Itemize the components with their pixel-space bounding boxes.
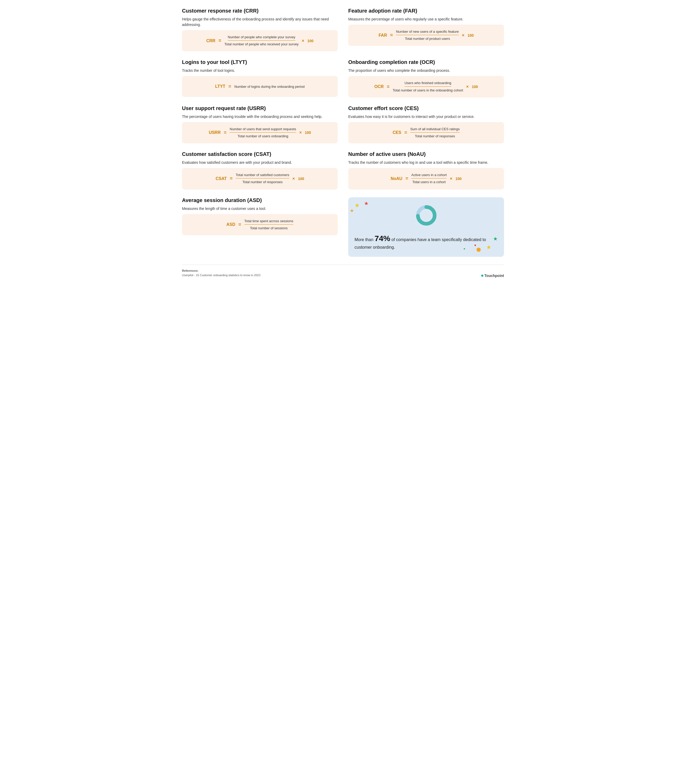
info-percentage: 74%	[374, 234, 390, 243]
formula-label-far: FAR	[379, 33, 387, 38]
fraction-num-noau: Active users in a cohort	[412, 173, 447, 178]
formula-label-asd: ASD	[227, 222, 235, 227]
star-icon: ★	[364, 200, 369, 206]
metric-title-usrr: User support request rate (USRR)	[182, 105, 338, 111]
equals-sign-asd: =	[238, 222, 242, 228]
metric-desc-ltyt: Tracks the number of tool logins.	[182, 68, 338, 74]
fraction-den-noau: Total users in a cohort	[412, 179, 446, 185]
fraction-den-asd: Total number of sessions	[250, 225, 288, 231]
fraction-num-ocr: Users who finished onboarding	[405, 81, 451, 87]
metric-desc-usrr: The percentage of users having trouble w…	[182, 114, 338, 119]
formula-box-far: FAR=Number of new users of a specific fe…	[348, 25, 504, 46]
metric-desc-ces: Evaluates how easy it is for customers t…	[348, 114, 504, 119]
fraction-den-crr: Total number of people who received your…	[224, 41, 299, 47]
equals-sign-usrr: =	[224, 130, 227, 136]
equals-sign-noau: =	[405, 176, 408, 181]
logo-dot	[481, 275, 483, 277]
metric-desc-noau: Tracks the number of customers who log i…	[348, 160, 504, 165]
metric-asd: Average session duration (ASD)Measures t…	[182, 197, 338, 257]
metric-far: Feature adoption rate (FAR)Measures the …	[348, 8, 504, 51]
fraction-csat: Total number of satisfied customersTotal…	[236, 173, 289, 185]
fraction-usrr: Number of users that send support reques…	[230, 127, 296, 139]
multiply-sign-noau: ×	[450, 176, 452, 181]
formula-box-ces: CES=Sum of all individual CES ratingsTot…	[348, 122, 504, 143]
formula-box-crr: CRR=Number of people who complete your s…	[182, 30, 338, 51]
metric-desc-asd: Measures the length of time a customer u…	[182, 206, 338, 211]
fraction-asd: Total time spent across sessionsTotal nu…	[244, 219, 293, 231]
footer-references: References: Userpilot - 15 Customer onbo…	[182, 268, 261, 278]
fraction-den-ces: Total number of responses	[415, 133, 455, 139]
metric-noau: Number of active users (NoAU)Tracks the …	[348, 151, 504, 189]
metric-title-far: Feature adoption rate (FAR)	[348, 8, 504, 14]
formula-label-crr: CRR	[206, 39, 216, 43]
metric-title-asd: Average session duration (ASD)	[182, 197, 338, 203]
info-card: ★★★★★More than 74% of companies have a t…	[348, 197, 504, 257]
metric-ltyt: Logins to your tool (LTYT)Tracks the num…	[182, 59, 338, 97]
times100-crr: 100	[307, 39, 314, 43]
fraction-ocr: Users who finished onboardingTotal numbe…	[393, 81, 463, 93]
fraction-ces: Sum of all individual CES ratingsTotal n…	[410, 127, 460, 139]
formula-box-usrr: USRR=Number of users that send support r…	[182, 122, 338, 143]
multiply-sign-crr: ×	[302, 39, 304, 43]
equals-sign-crr: =	[219, 38, 222, 44]
metric-csat: Customer satisfaction score (CSAT)Evalua…	[182, 151, 338, 189]
info-card-text: More than 74% of companies have a team s…	[354, 232, 498, 250]
metric-title-noau: Number of active users (NoAU)	[348, 151, 504, 157]
equals-sign-ltyt: =	[229, 84, 232, 89]
formula-box-ltyt: LTYT=Number of logins during the onboard…	[182, 76, 338, 97]
formula-label-usrr: USRR	[209, 130, 220, 135]
metric-desc-far: Measures the percentage of users who reg…	[348, 16, 504, 22]
formula-label-csat: CSAT	[216, 176, 227, 181]
formula-label-ltyt: LTYT	[215, 84, 225, 89]
multiply-sign-ocr: ×	[466, 84, 469, 89]
star-icon: ★	[350, 208, 354, 214]
times100-far: 100	[468, 33, 474, 38]
times100-csat: 100	[298, 177, 304, 181]
equals-sign-csat: =	[230, 176, 233, 181]
metric-title-ocr: Onboarding completion rate (OCR)	[348, 59, 504, 65]
fraction-noau: Active users in a cohortTotal users in a…	[412, 173, 447, 185]
formula-label-ces: CES	[392, 130, 401, 135]
fraction-num-ces: Sum of all individual CES ratings	[410, 127, 460, 133]
metric-usrr: User support request rate (USRR)The perc…	[182, 105, 338, 143]
metric-crr: Customer response rate (CRR)Helps gauge …	[182, 8, 338, 51]
star-icon: ★	[354, 202, 360, 209]
logo: Touchpoint	[481, 273, 504, 278]
times100-usrr: 100	[305, 131, 311, 135]
formula-box-ocr: OCR=Users who finished onboardingTotal n…	[348, 76, 504, 97]
metric-title-crr: Customer response rate (CRR)	[182, 8, 338, 14]
metric-title-ltyt: Logins to your tool (LTYT)	[182, 59, 338, 65]
formula-label-noau: NoAU	[390, 176, 402, 181]
formula-box-noau: NoAU=Active users in a cohortTotal users…	[348, 168, 504, 189]
fraction-den-csat: Total number of responses	[242, 179, 283, 185]
fraction-num-far: Number of new users of a specific featur…	[396, 29, 459, 35]
multiply-sign-usrr: ×	[299, 130, 302, 135]
fraction-num-usrr: Number of users that send support reques…	[230, 127, 296, 133]
equals-sign-ces: =	[404, 130, 407, 136]
fraction-num-crr: Number of people who complete your surve…	[228, 35, 296, 41]
info-text-before: More than	[354, 237, 374, 242]
formula-box-asd: ASD=Total time spent across sessionsTota…	[182, 214, 338, 235]
formula-simple-ltyt: Number of logins during the onboarding p…	[234, 85, 304, 88]
fraction-crr: Number of people who complete your surve…	[224, 35, 299, 47]
fraction-den-ocr: Total number of users in the onboarding …	[393, 87, 463, 93]
metric-title-csat: Customer satisfaction score (CSAT)	[182, 151, 338, 157]
metric-ocr: Onboarding completion rate (OCR)The prop…	[348, 59, 504, 97]
multiply-sign-csat: ×	[292, 176, 295, 181]
metric-desc-ocr: The proportion of users who complete the…	[348, 68, 504, 74]
times100-ocr: 100	[472, 85, 478, 89]
fraction-far: Number of new users of a specific featur…	[396, 29, 459, 41]
formula-box-csat: CSAT=Total number of satisfied customers…	[182, 168, 338, 189]
metric-ces: Customer effort score (CES)Evaluates how…	[348, 105, 504, 143]
equals-sign-ocr: =	[387, 84, 390, 90]
metric-title-ces: Customer effort score (CES)	[348, 105, 504, 111]
metric-desc-crr: Helps gauge the effectiveness of the onb…	[182, 16, 338, 28]
fraction-num-asd: Total time spent across sessions	[244, 219, 293, 224]
donut-chart	[415, 204, 438, 227]
footer: References: Userpilot - 15 Customer onbo…	[182, 265, 504, 278]
equals-sign-far: =	[390, 33, 393, 38]
metric-desc-csat: Evaluates how satisfied customers are wi…	[182, 160, 338, 165]
formula-label-ocr: OCR	[374, 84, 384, 89]
fraction-den-far: Total number of product users	[405, 36, 450, 41]
fraction-num-csat: Total number of satisfied customers	[236, 173, 289, 178]
